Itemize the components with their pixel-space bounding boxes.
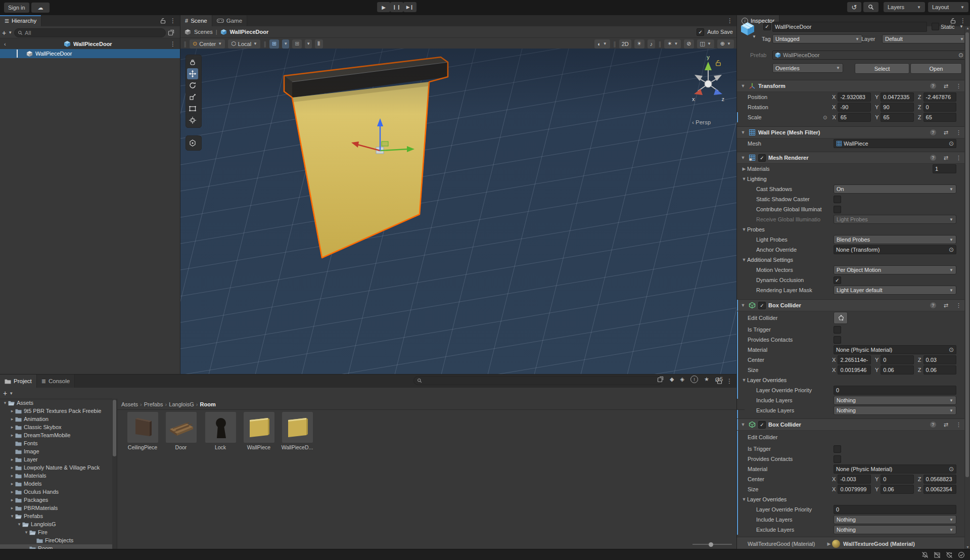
hidden-packages-toggle[interactable]: Ø5 (715, 377, 723, 383)
axis-x-field[interactable]: -90 (838, 103, 871, 112)
auto-save-checkbox[interactable]: ✓ (697, 28, 704, 36)
object-picker-icon[interactable]: ⊙ (958, 52, 963, 59)
camera-preview-dropdown[interactable]: ◫ ▼ (697, 39, 714, 49)
snap-grid-toggle[interactable]: ⊞ (292, 39, 302, 49)
notifications-muted-icon[interactable] (921, 551, 929, 558)
play-button[interactable]: ▶ (377, 2, 390, 12)
scroll-down-icon[interactable]: ▼ (966, 545, 969, 549)
axis-y-field[interactable]: 0 (881, 355, 914, 364)
breadcrumb-langloisg[interactable]: LangloisG (169, 401, 194, 407)
axis-y-field[interactable]: 0.06 (881, 485, 914, 494)
dropdown-receive-global-illuminatio[interactable]: Light Probes▼ (834, 215, 956, 224)
grid-visibility-toggle[interactable]: ⊞ (269, 39, 279, 49)
open-search-window-icon[interactable] (657, 376, 664, 383)
checkbox-dynamic-occlusion[interactable]: ✓ (834, 276, 841, 284)
pivot-mode-dropdown[interactable]: ⊙ Center ▼ (190, 39, 225, 49)
axis-z-field[interactable]: 65 (923, 113, 956, 122)
axis-x-field[interactable]: -2.932083 (838, 92, 871, 102)
lock-icon[interactable] (160, 18, 166, 24)
axis-z-field[interactable]: 0.06 (923, 365, 957, 375)
thumbnail-size-slider[interactable] (692, 542, 732, 546)
foldout-arrow-icon[interactable]: ▼ (741, 378, 747, 383)
search-by-label-icon[interactable]: ◈ (680, 376, 684, 383)
rotation-lock-icon[interactable] (715, 60, 721, 66)
text-field-layer-override-priority[interactable]: 0 (834, 386, 956, 395)
custom-tool-button[interactable] (187, 137, 198, 149)
tree-arrow-icon[interactable]: ▾ (23, 530, 29, 535)
dropdown-rendering-layer-mask[interactable]: Light Layer default▼ (834, 286, 956, 295)
search-by-import-log-icon[interactable]: ! (690, 376, 698, 383)
active-checkbox[interactable]: ✓ (763, 23, 771, 30)
prefab-select-button[interactable]: Select (855, 63, 909, 74)
component-menu-icon[interactable]: ⋮ (956, 422, 961, 428)
axis-y-field[interactable]: 90 (881, 103, 914, 112)
orientation-mode-dropdown[interactable]: ⬡ Local ▼ (228, 39, 260, 49)
help-icon[interactable]: ? (930, 83, 936, 89)
axis-z-field[interactable]: -2.467876 (923, 92, 957, 102)
tab-scene[interactable]: # Scene (180, 15, 212, 26)
search-by-type-icon[interactable]: ◆ (670, 376, 674, 383)
hand-tool-button[interactable] (187, 57, 198, 68)
lock-icon[interactable] (950, 18, 956, 24)
tree-arrow-icon[interactable]: ▸ (9, 481, 15, 486)
foldout-arrow-icon[interactable]: ▼ (741, 227, 747, 232)
snap-increment-button[interactable]: ⫴ (315, 39, 323, 49)
layers-dropdown[interactable]: Layers▼ (884, 2, 925, 12)
rect-tool-button[interactable] (187, 103, 198, 114)
tree-item-langloisg[interactable]: ▾LangloisG (0, 520, 112, 528)
slider-knob[interactable] (709, 542, 713, 547)
component-header-box-collider[interactable]: ▼✓Box Collider?⇄⋮ (737, 299, 964, 311)
component-menu-icon[interactable]: ⋮ (956, 83, 961, 89)
help-icon[interactable]: ? (930, 129, 936, 135)
presets-icon[interactable]: ⇄ (944, 302, 948, 309)
help-icon[interactable]: ? (930, 422, 936, 428)
tree-item-9t5-pbr-textures-pack-freebie[interactable]: ▸9t5 PBR Textures Pack Freebie (0, 407, 112, 415)
axis-z-field[interactable]: 0 (923, 103, 957, 112)
create-add-button[interactable]: + (2, 29, 6, 37)
dropdown-include-layers[interactable]: Nothing▼ (834, 396, 956, 405)
asset-tile-door[interactable]: Door (162, 412, 200, 450)
help-icon[interactable]: ? (930, 302, 936, 308)
tree-item-models[interactable]: ▸Models (0, 480, 112, 488)
component-header-box-collider[interactable]: ▼✓Box Collider?⇄⋮ (737, 418, 964, 431)
shading-mode-dropdown[interactable]: ◐ ▼ (594, 39, 610, 49)
tag-dropdown[interactable]: Untagged▼ (772, 34, 862, 43)
checkbox-provides-contacts[interactable] (834, 455, 841, 463)
hierarchy-item-wallpiecedoor[interactable]: WallPieceDoor (0, 49, 180, 58)
axis-y-field[interactable]: 0.06 (881, 365, 914, 375)
prefab-object-field[interactable]: WallPieceDoor ⊙ (772, 51, 966, 60)
dropdown-exclude-layers[interactable]: Nothing▼ (834, 525, 956, 534)
tree-arrow-icon[interactable]: ▸ (9, 489, 15, 494)
object-field-material[interactable]: None (Physic Material)⊙ (834, 464, 956, 474)
help-icon[interactable]: ? (930, 155, 936, 161)
tree-item-assets[interactable]: ▾Assets (0, 399, 112, 407)
scene-visibility-toggle[interactable]: ⊘ (684, 39, 694, 49)
tree-item-dreamteammobile[interactable]: ▸DreamTeamMobile (0, 431, 112, 439)
checkbox-contribute-global-illuminat[interactable] (834, 206, 841, 213)
asset-tile-wallpieced[interactable]: WallPieceD... (278, 412, 316, 450)
tree-item-fonts[interactable]: Fonts (0, 439, 112, 447)
scene-viewport[interactable]: y x z ‹ Persp (180, 49, 737, 375)
overrides-dropdown[interactable]: Overrides▼ (772, 63, 843, 73)
panel-menu-icon[interactable]: ⋮ (960, 17, 966, 24)
panel-divider[interactable] (0, 374, 736, 375)
chevron-down-icon[interactable]: ▼ (8, 30, 12, 35)
foldout-arrow-icon[interactable]: ▼ (740, 422, 746, 427)
dropdown-motion-vectors[interactable]: Per Object Motion▼ (834, 265, 956, 274)
tab-game[interactable]: Game (212, 15, 247, 26)
tree-item-pbrmaterials[interactable]: ▸PBRMaterials (0, 504, 112, 512)
dropdown-light-probes[interactable]: Blend Probes▼ (834, 235, 956, 244)
foldout-arrow-icon[interactable]: ▼ (741, 257, 747, 262)
move-tool-button[interactable] (187, 68, 198, 79)
tree-arrow-icon[interactable]: ▾ (2, 400, 8, 405)
layer-dropdown[interactable]: Default▼ (882, 34, 967, 43)
component-enabled-checkbox[interactable]: ✓ (758, 154, 766, 162)
drag-handle-icon[interactable]: ∥ (183, 40, 187, 48)
tree-arrow-icon[interactable]: ▸ (9, 433, 15, 438)
tree-item-prefabs[interactable]: ▾Prefabs (0, 512, 112, 520)
foldout-arrow-icon[interactable]: ▶ (826, 541, 832, 546)
panel-menu-icon[interactable]: ⋮ (727, 17, 733, 24)
projection-mode-label[interactable]: ‹ Persp (692, 119, 711, 125)
tree-item-layer[interactable]: ▸Layer (0, 455, 112, 463)
sign-in-button[interactable]: Sign in (4, 3, 29, 13)
